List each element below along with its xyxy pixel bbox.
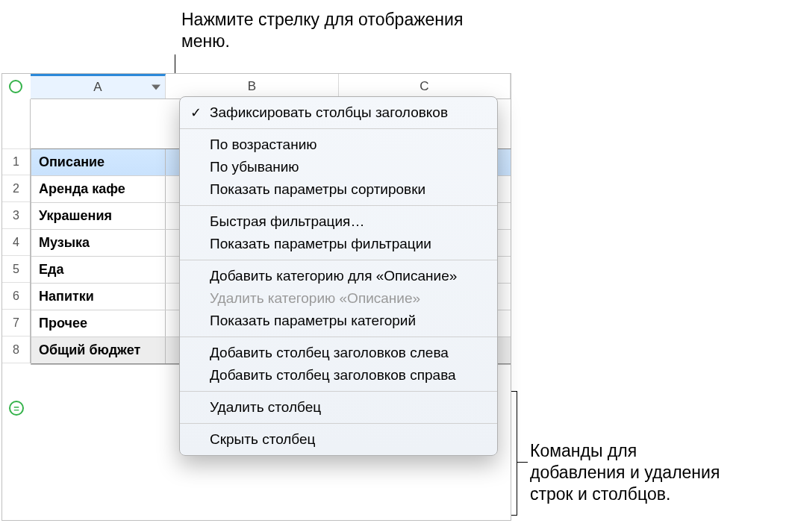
column-header-b[interactable]: B	[166, 74, 339, 98]
cell[interactable]: Напитки	[31, 284, 166, 310]
menu-item-delete-category: Удалить категорию «Описание»	[180, 287, 497, 310]
leader-line	[517, 391, 517, 515]
column-header-label: A	[93, 80, 102, 95]
column-context-menu: ✓ Зафиксировать столбцы заголовков По во…	[179, 96, 498, 456]
row-header-7[interactable]: 7	[2, 310, 30, 337]
menu-separator	[180, 205, 497, 206]
callout-right-line3: строк и столбцов.	[530, 484, 670, 504]
row-header-8[interactable]: 8	[2, 337, 30, 363]
menu-item-sort-ascending[interactable]: По возрастанию	[180, 134, 497, 156]
cell-header[interactable]: Описание	[31, 149, 166, 175]
menu-item-hide-column[interactable]: Скрыть столбец	[180, 428, 497, 451]
row-header-1[interactable]: 1	[2, 148, 30, 175]
menu-item-label: Удалить категорию «Описание»	[210, 290, 420, 306]
column-headers: A B C	[31, 74, 511, 99]
menu-item-label: Скрыть столбец	[210, 431, 315, 447]
column-header-a[interactable]: A	[31, 74, 166, 98]
menu-item-add-header-column-left[interactable]: Добавить столбец заголовков слева	[180, 342, 497, 364]
menu-item-freeze-header-columns[interactable]: ✓ Зафиксировать столбцы заголовков	[180, 101, 497, 124]
row-header-gutter	[2, 99, 31, 148]
menu-separator	[180, 128, 497, 129]
row-header-5[interactable]: 5	[2, 256, 30, 283]
leader-line	[517, 462, 528, 463]
menu-item-label: Быстрая фильтрация…	[210, 213, 364, 229]
cell[interactable]: Музыка	[31, 230, 166, 256]
column-header-label: B	[248, 79, 256, 94]
menu-item-label: Показать параметры сортировки	[210, 181, 425, 197]
menu-item-show-category-options[interactable]: Показать параметры категорий	[180, 310, 497, 332]
cell[interactable]: Украшения	[31, 203, 166, 229]
callout-top: Нажмите стрелку для отображения меню.	[181, 9, 465, 52]
menu-item-show-sort-options[interactable]: Показать параметры сортировки	[180, 178, 497, 201]
column-header-label: C	[420, 79, 428, 94]
menu-separator	[180, 337, 497, 337]
menu-item-delete-column[interactable]: Удалить столбец	[180, 396, 497, 419]
menu-separator	[180, 391, 497, 392]
add-row-button[interactable]: =	[9, 401, 24, 416]
row-header-6[interactable]: 6	[2, 283, 30, 310]
menu-item-label: Добавить столбец заголовков справа	[210, 367, 456, 383]
cell[interactable]: Прочее	[31, 310, 166, 337]
menu-item-label: По убыванию	[210, 159, 299, 175]
menu-item-label: Удалить столбец	[210, 399, 321, 415]
cell[interactable]: Еда	[31, 257, 166, 283]
menu-item-label: Показать параметры категорий	[210, 313, 416, 328]
row-header-4[interactable]: 4	[2, 229, 30, 256]
column-header-c[interactable]: C	[339, 74, 511, 98]
row-headers: 1 2 3 4 5 6 7 8	[2, 148, 31, 363]
menu-item-show-filter-options[interactable]: Показать параметры фильтрации	[180, 233, 497, 255]
menu-item-label: Зафиксировать столбцы заголовков	[210, 104, 448, 120]
menu-item-add-header-column-right[interactable]: Добавить столбец заголовков справа	[180, 364, 497, 387]
cell-footer[interactable]: Общий бюджет	[31, 337, 166, 363]
chevron-down-icon[interactable]	[152, 85, 160, 90]
menu-item-label: По возрастанию	[210, 137, 317, 152]
menu-separator	[180, 260, 497, 260]
table-corner-handle-icon[interactable]	[9, 80, 22, 93]
menu-item-label: Показать параметры фильтрации	[210, 236, 431, 251]
menu-item-label: Добавить категорию для «Описание»	[210, 268, 457, 284]
callout-right-line2: добавления и удаления	[530, 463, 720, 482]
menu-item-add-category[interactable]: Добавить категорию для «Описание»	[180, 265, 497, 287]
menu-separator	[180, 423, 497, 424]
callout-right: Команды для добавления и удаления строк …	[530, 440, 776, 504]
checkmark-icon: ✓	[190, 104, 202, 121]
menu-item-label: Добавить столбец заголовков слева	[210, 345, 449, 360]
callout-right-line1: Команды для	[530, 441, 637, 460]
menu-item-sort-descending[interactable]: По убыванию	[180, 156, 497, 178]
row-header-3[interactable]: 3	[2, 202, 30, 229]
cell[interactable]: Аренда кафе	[31, 176, 166, 202]
menu-item-quick-filter[interactable]: Быстрая фильтрация…	[180, 210, 497, 233]
row-header-2[interactable]: 2	[2, 175, 30, 202]
equals-icon: =	[13, 403, 19, 414]
